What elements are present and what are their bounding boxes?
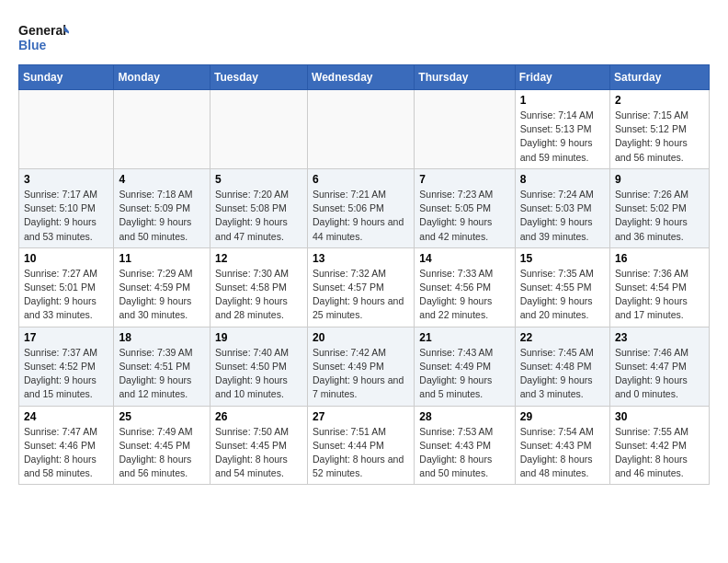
calendar-day-cell xyxy=(210,90,308,169)
calendar-day-cell: 18Sunrise: 7:39 AM Sunset: 4:51 PM Dayli… xyxy=(114,327,210,406)
day-info: Sunrise: 7:35 AM Sunset: 4:55 PM Dayligh… xyxy=(520,267,605,323)
day-number: 28 xyxy=(419,410,509,423)
day-info: Sunrise: 7:37 AM Sunset: 4:52 PM Dayligh… xyxy=(24,346,108,402)
calendar-day-cell: 9Sunrise: 7:26 AM Sunset: 5:02 PM Daylig… xyxy=(610,168,710,247)
calendar-day-cell: 12Sunrise: 7:30 AM Sunset: 4:58 PM Dayli… xyxy=(210,247,308,327)
weekday-header-cell: Saturday xyxy=(610,65,710,90)
day-number: 23 xyxy=(615,331,704,344)
calendar-day-cell: 27Sunrise: 7:51 AM Sunset: 4:44 PM Dayli… xyxy=(308,406,415,485)
calendar-week-row: 10Sunrise: 7:27 AM Sunset: 5:01 PM Dayli… xyxy=(19,247,710,327)
day-number: 27 xyxy=(313,410,409,423)
day-number: 12 xyxy=(215,252,302,265)
day-info: Sunrise: 7:23 AM Sunset: 5:05 PM Dayligh… xyxy=(419,188,509,244)
page-header: General Blue xyxy=(18,18,710,55)
day-number: 8 xyxy=(520,173,605,186)
weekday-header-row: SundayMondayTuesdayWednesdayThursdayFrid… xyxy=(19,65,710,90)
calendar-week-row: 3Sunrise: 7:17 AM Sunset: 5:10 PM Daylig… xyxy=(19,168,710,247)
calendar-day-cell: 7Sunrise: 7:23 AM Sunset: 5:05 PM Daylig… xyxy=(415,168,515,247)
day-number: 5 xyxy=(215,173,302,186)
day-info: Sunrise: 7:51 AM Sunset: 4:44 PM Dayligh… xyxy=(313,425,409,481)
calendar-day-cell: 14Sunrise: 7:33 AM Sunset: 4:56 PM Dayli… xyxy=(415,247,515,327)
weekday-header-cell: Wednesday xyxy=(308,65,415,90)
day-number: 14 xyxy=(419,252,509,265)
calendar-day-cell: 25Sunrise: 7:49 AM Sunset: 4:45 PM Dayli… xyxy=(114,406,210,485)
day-number: 11 xyxy=(119,252,205,265)
day-info: Sunrise: 7:39 AM Sunset: 4:51 PM Dayligh… xyxy=(119,346,205,402)
calendar-day-cell: 26Sunrise: 7:50 AM Sunset: 4:45 PM Dayli… xyxy=(210,406,308,485)
day-number: 30 xyxy=(615,410,704,423)
calendar-day-cell: 8Sunrise: 7:24 AM Sunset: 5:03 PM Daylig… xyxy=(515,168,609,247)
day-number: 7 xyxy=(419,173,509,186)
day-number: 13 xyxy=(313,252,409,265)
day-info: Sunrise: 7:46 AM Sunset: 4:47 PM Dayligh… xyxy=(615,346,704,402)
day-info: Sunrise: 7:29 AM Sunset: 4:59 PM Dayligh… xyxy=(119,267,205,323)
calendar-day-cell: 19Sunrise: 7:40 AM Sunset: 4:50 PM Dayli… xyxy=(210,327,308,406)
day-number: 24 xyxy=(24,410,108,423)
day-info: Sunrise: 7:42 AM Sunset: 4:49 PM Dayligh… xyxy=(313,346,409,402)
calendar-day-cell: 16Sunrise: 7:36 AM Sunset: 4:54 PM Dayli… xyxy=(610,247,710,327)
calendar-day-cell: 30Sunrise: 7:55 AM Sunset: 4:42 PM Dayli… xyxy=(610,406,710,485)
calendar-day-cell: 13Sunrise: 7:32 AM Sunset: 4:57 PM Dayli… xyxy=(308,247,415,327)
logo-svg: General Blue xyxy=(18,18,69,55)
day-number: 15 xyxy=(520,252,605,265)
day-number: 21 xyxy=(419,331,509,344)
weekday-header-cell: Friday xyxy=(515,65,609,90)
day-number: 3 xyxy=(24,173,108,186)
day-info: Sunrise: 7:15 AM Sunset: 5:12 PM Dayligh… xyxy=(615,109,704,165)
day-number: 29 xyxy=(520,410,605,423)
day-info: Sunrise: 7:17 AM Sunset: 5:10 PM Dayligh… xyxy=(24,188,108,244)
calendar-day-cell: 24Sunrise: 7:47 AM Sunset: 4:46 PM Dayli… xyxy=(19,406,114,485)
calendar-day-cell: 22Sunrise: 7:45 AM Sunset: 4:48 PM Dayli… xyxy=(515,327,609,406)
day-info: Sunrise: 7:55 AM Sunset: 4:42 PM Dayligh… xyxy=(615,425,704,481)
calendar-day-cell: 15Sunrise: 7:35 AM Sunset: 4:55 PM Dayli… xyxy=(515,247,609,327)
calendar-day-cell xyxy=(19,90,114,169)
day-info: Sunrise: 7:47 AM Sunset: 4:46 PM Dayligh… xyxy=(24,425,108,481)
calendar-day-cell: 17Sunrise: 7:37 AM Sunset: 4:52 PM Dayli… xyxy=(19,327,114,406)
calendar-week-row: 24Sunrise: 7:47 AM Sunset: 4:46 PM Dayli… xyxy=(19,406,710,485)
calendar-day-cell: 4Sunrise: 7:18 AM Sunset: 5:09 PM Daylig… xyxy=(114,168,210,247)
calendar-day-cell: 5Sunrise: 7:20 AM Sunset: 5:08 PM Daylig… xyxy=(210,168,308,247)
day-info: Sunrise: 7:54 AM Sunset: 4:43 PM Dayligh… xyxy=(520,425,605,481)
logo: General Blue xyxy=(18,18,69,55)
day-number: 25 xyxy=(119,410,205,423)
day-info: Sunrise: 7:53 AM Sunset: 4:43 PM Dayligh… xyxy=(419,425,509,481)
day-info: Sunrise: 7:40 AM Sunset: 4:50 PM Dayligh… xyxy=(215,346,302,402)
calendar-week-row: 1Sunrise: 7:14 AM Sunset: 5:13 PM Daylig… xyxy=(19,90,710,169)
day-info: Sunrise: 7:18 AM Sunset: 5:09 PM Dayligh… xyxy=(119,188,205,244)
day-number: 18 xyxy=(119,331,205,344)
day-number: 22 xyxy=(520,331,605,344)
day-number: 16 xyxy=(615,252,704,265)
calendar-day-cell: 1Sunrise: 7:14 AM Sunset: 5:13 PM Daylig… xyxy=(515,90,609,169)
day-info: Sunrise: 7:27 AM Sunset: 5:01 PM Dayligh… xyxy=(24,267,108,323)
weekday-header-cell: Thursday xyxy=(415,65,515,90)
day-info: Sunrise: 7:14 AM Sunset: 5:13 PM Dayligh… xyxy=(520,109,605,165)
day-number: 17 xyxy=(24,331,108,344)
calendar-day-cell: 28Sunrise: 7:53 AM Sunset: 4:43 PM Dayli… xyxy=(415,406,515,485)
calendar-day-cell: 23Sunrise: 7:46 AM Sunset: 4:47 PM Dayli… xyxy=(610,327,710,406)
day-info: Sunrise: 7:33 AM Sunset: 4:56 PM Dayligh… xyxy=(419,267,509,323)
calendar-day-cell xyxy=(308,90,415,169)
day-info: Sunrise: 7:21 AM Sunset: 5:06 PM Dayligh… xyxy=(313,188,409,244)
day-info: Sunrise: 7:49 AM Sunset: 4:45 PM Dayligh… xyxy=(119,425,205,481)
calendar-day-cell: 3Sunrise: 7:17 AM Sunset: 5:10 PM Daylig… xyxy=(19,168,114,247)
day-number: 10 xyxy=(24,252,108,265)
day-number: 1 xyxy=(520,94,605,107)
day-number: 20 xyxy=(313,331,409,344)
calendar-day-cell xyxy=(114,90,210,169)
svg-text:General: General xyxy=(18,23,66,38)
day-number: 19 xyxy=(215,331,302,344)
day-info: Sunrise: 7:50 AM Sunset: 4:45 PM Dayligh… xyxy=(215,425,302,481)
calendar-day-cell: 2Sunrise: 7:15 AM Sunset: 5:12 PM Daylig… xyxy=(610,90,710,169)
svg-text:Blue: Blue xyxy=(18,38,47,52)
calendar-day-cell: 6Sunrise: 7:21 AM Sunset: 5:06 PM Daylig… xyxy=(308,168,415,247)
calendar-day-cell xyxy=(415,90,515,169)
day-info: Sunrise: 7:24 AM Sunset: 5:03 PM Dayligh… xyxy=(520,188,605,244)
calendar-body: 1Sunrise: 7:14 AM Sunset: 5:13 PM Daylig… xyxy=(19,90,710,485)
calendar-day-cell: 10Sunrise: 7:27 AM Sunset: 5:01 PM Dayli… xyxy=(19,247,114,327)
day-number: 4 xyxy=(119,173,205,186)
calendar-table: SundayMondayTuesdayWednesdayThursdayFrid… xyxy=(18,64,710,485)
day-info: Sunrise: 7:36 AM Sunset: 4:54 PM Dayligh… xyxy=(615,267,704,323)
day-number: 6 xyxy=(313,173,409,186)
calendar-day-cell: 20Sunrise: 7:42 AM Sunset: 4:49 PM Dayli… xyxy=(308,327,415,406)
day-info: Sunrise: 7:30 AM Sunset: 4:58 PM Dayligh… xyxy=(215,267,302,323)
